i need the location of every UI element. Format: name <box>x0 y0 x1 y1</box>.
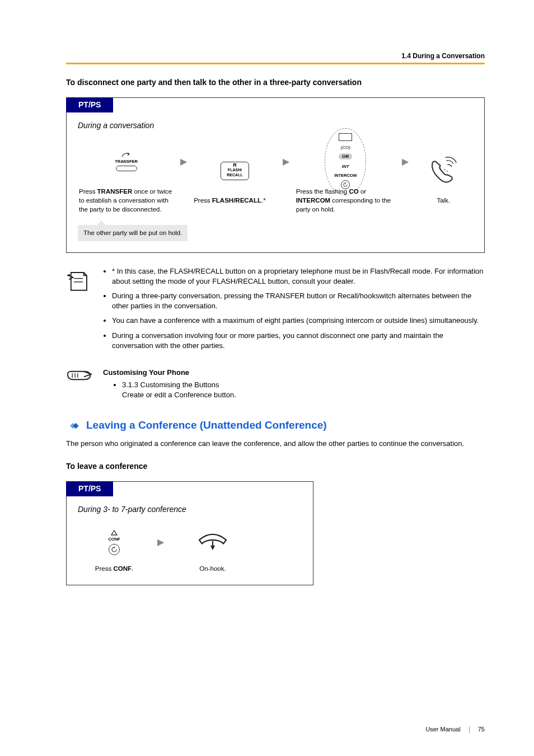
svg-point-3 <box>447 171 448 172</box>
note-item: * In this case, the FLASH/RECALL button … <box>112 266 485 287</box>
transfer-arrow-icon <box>121 152 132 158</box>
transfer-key-icon <box>116 166 137 171</box>
flow-context: During a conversation <box>78 120 473 132</box>
breadcrumb: 1.4 During a Conversation <box>401 51 485 61</box>
arrow-icon: ▶ <box>155 536 166 548</box>
flow-title: PT/PS <box>66 481 113 497</box>
arrow-icon: ▶ <box>400 156 411 168</box>
diamond-bullet-icon <box>66 421 81 431</box>
handset-talk-icon <box>428 156 458 186</box>
step3-caption: Press the flashing CO or INTERCOM corres… <box>295 187 396 214</box>
flow-title: PT/PS <box>66 97 113 113</box>
flow-context: During 3- to 7-party conference <box>78 504 302 515</box>
step4-caption: Talk. <box>414 196 473 205</box>
or-pill: OR <box>339 153 352 159</box>
flash-recall-key-icon: R FLASH/ RECALL <box>221 162 249 180</box>
note-item: During a conversation involving four or … <box>112 331 485 351</box>
flow-leave: PT/PS During 3- to 7-party conference CO… <box>66 481 313 585</box>
flow-disconnect: PT/PS During a conversation TRANSFER <box>66 97 485 253</box>
footer-page: 75 <box>478 726 485 732</box>
leave-step1-caption: Press CONF. <box>78 564 151 573</box>
section-head-leaving: Leaving a Conference (Unattended Confere… <box>66 418 485 433</box>
note-icon <box>66 269 91 293</box>
subheading-disconnect: To disconnect one party and then talk to… <box>66 77 485 88</box>
customising-title: Customising Your Phone <box>103 368 485 378</box>
section2-intro: The person who originated a conference c… <box>66 439 485 449</box>
arrow-icon: ▶ <box>178 156 189 168</box>
notes-block: * In this case, the FLASH/RECALL button … <box>66 266 485 355</box>
section-title: Leaving a Conference (Unattended Confere… <box>86 418 327 433</box>
note-item: During a three-party conversation, press… <box>112 291 485 311</box>
page-footer: User Manual 75 <box>425 725 485 734</box>
conf-key-label: CONF <box>108 537 120 543</box>
header-rule <box>66 63 485 64</box>
transfer-key-label: TRANSFER <box>115 159 138 165</box>
footer-label: User Manual <box>425 726 460 732</box>
pointing-hand-icon <box>66 368 93 383</box>
hold-note: The other party will be put on hold. <box>78 225 188 241</box>
step1-caption: Press TRANSFER once or twice to establis… <box>78 187 175 214</box>
onhook-icon <box>196 532 229 552</box>
co-key-icon <box>339 133 352 141</box>
subheading-leave: To leave a conference <box>66 461 485 472</box>
customising-block: Customising Your Phone 3.1.3 Customising… <box>66 368 485 401</box>
triangle-icon <box>111 530 118 536</box>
conf-key-icon <box>109 544 120 555</box>
svg-point-2 <box>444 170 446 171</box>
step2-caption: Press FLASH/RECALL.* <box>193 196 277 205</box>
co-intercom-bubble: (CO) OR INT INTERCOM <box>325 128 366 195</box>
leave-step2-caption: On-hook. <box>171 564 255 573</box>
arrow-icon: ▶ <box>280 156 292 168</box>
customising-item: 3.1.3 Customising the Buttons Create or … <box>122 380 485 400</box>
note-item: You can have a conference with a maximum… <box>112 316 485 326</box>
